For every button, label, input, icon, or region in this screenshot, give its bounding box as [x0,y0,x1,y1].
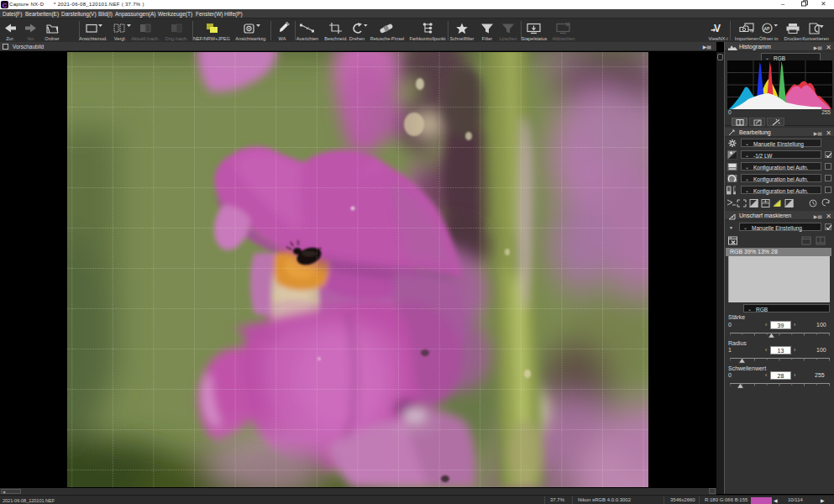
svg-text:V: V [714,23,721,34]
